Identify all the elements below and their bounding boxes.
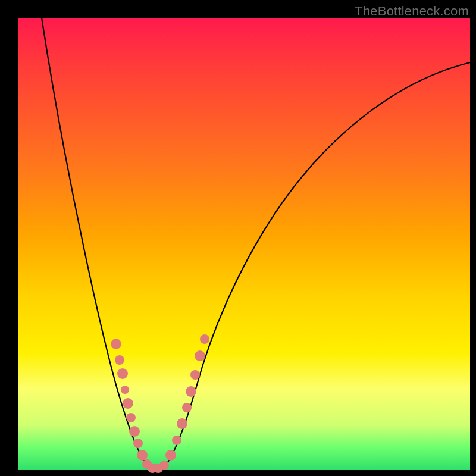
data-dot xyxy=(159,461,169,470)
data-dot xyxy=(117,368,128,379)
data-dot xyxy=(123,398,133,409)
data-dot xyxy=(121,386,129,394)
data-dot xyxy=(190,370,200,380)
data-dot xyxy=(200,334,209,344)
dots-group xyxy=(111,334,209,473)
data-dot xyxy=(165,450,176,461)
data-dot xyxy=(172,436,181,445)
data-dot xyxy=(137,450,148,461)
data-dot xyxy=(195,350,205,361)
data-dot xyxy=(133,439,143,448)
left-branch-path xyxy=(42,18,151,469)
watermark-text: TheBottleneck.com xyxy=(355,4,469,19)
data-dot xyxy=(115,355,124,365)
data-dot xyxy=(182,403,192,412)
plot-area xyxy=(18,18,470,470)
data-dot xyxy=(186,386,196,397)
data-dot xyxy=(177,418,187,429)
chart-frame: TheBottleneck.com xyxy=(0,0,476,476)
data-dot xyxy=(126,413,136,422)
curve-svg xyxy=(18,18,470,470)
right-branch-path xyxy=(163,62,470,469)
data-dot xyxy=(129,426,140,437)
data-dot xyxy=(111,339,121,349)
